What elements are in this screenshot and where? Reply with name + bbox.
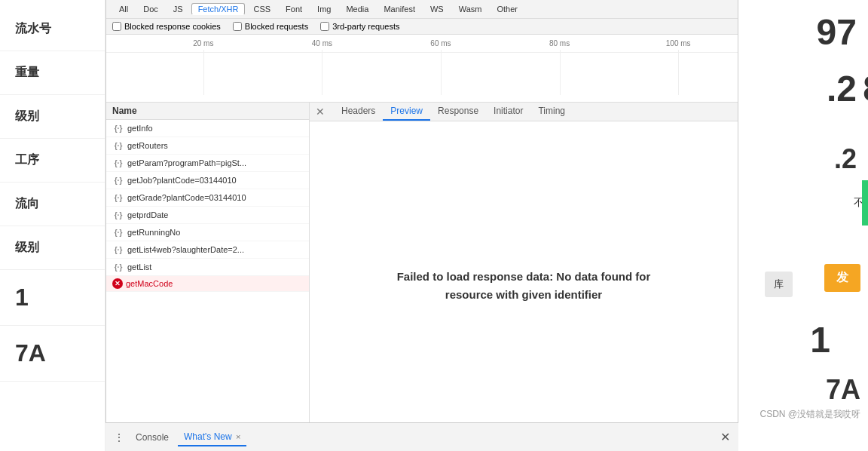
request-item-getlist[interactable]: {·} getList <box>106 259 309 276</box>
fetch-icon-getlist4web: {·} <box>112 244 124 256</box>
filter-btn-manifest[interactable]: Manifest <box>377 3 422 15</box>
bg-label-3: 级别 <box>0 95 105 139</box>
filter-btn-all[interactable]: All <box>112 3 135 15</box>
bg-green-bar <box>862 180 868 226</box>
checkbox-blocked-requests[interactable]: Blocked requests <box>233 22 308 31</box>
bg-num-dot2: .2 <box>827 68 857 109</box>
tick-40ms: 40 ms <box>263 39 382 48</box>
checkbox-blocked-requests-label: Blocked requests <box>245 22 308 31</box>
bg-label-2: 重量 <box>0 51 105 95</box>
filter-btn-other[interactable]: Other <box>490 3 524 15</box>
timeline: 20 ms 40 ms 60 ms 80 ms 100 ms <box>106 35 738 103</box>
request-name-getmaccode: getMacCode <box>126 279 303 288</box>
checkbox-blocked-cookies-input[interactable] <box>112 22 121 31</box>
bg-num-1: 1 <box>810 319 830 360</box>
checkbox-3rdparty-input[interactable] <box>320 22 329 31</box>
filter-btn-wasm[interactable]: Wasm <box>452 3 489 15</box>
devtools-close-button[interactable]: ✕ <box>717 430 732 445</box>
request-name-getinfo: getInfo <box>127 124 303 133</box>
error-message: Failed to load response data: No data fo… <box>373 268 674 304</box>
bg-label-6: 级别 <box>0 226 105 270</box>
request-name-getlist: getList <box>127 262 303 272</box>
filter-bar: All Doc JS Fetch/XHR CSS Font Img Media … <box>106 0 738 19</box>
request-name-getrouters: getRouters <box>127 141 303 150</box>
checkbox-blocked-cookies-label: Blocked response cookies <box>124 22 221 31</box>
detail-content: Failed to load response data: No data fo… <box>310 121 738 450</box>
checkbox-3rdparty[interactable]: 3rd-party requests <box>320 22 399 31</box>
bg-label-1: 流水号 <box>0 8 105 51</box>
bg-left-sidebar: 流水号 重量 级别 工序 流向 级别 1 7A <box>0 0 105 451</box>
request-item-getlist4web[interactable]: {·} getList4web?slaughterDate=2... <box>106 241 309 259</box>
timeline-ruler: 20 ms 40 ms 60 ms 80 ms 100 ms <box>106 35 738 53</box>
bg-label-4: 工序 <box>0 139 105 183</box>
filter-btn-img[interactable]: Img <box>310 3 338 15</box>
request-item-getjob[interactable]: {·} getJob?plantCode=03144010 <box>106 172 309 189</box>
fetch-icon-getparam: {·} <box>112 157 124 169</box>
bg-label-7: 1 <box>0 270 105 326</box>
error-icon-getmaccode: ✕ <box>112 278 123 289</box>
tick-100ms: 100 ms <box>619 39 738 48</box>
tabs-bar: ✕ Headers Preview Response Initiator Tim… <box>310 103 738 121</box>
detail-panel: ✕ Headers Preview Response Initiator Tim… <box>310 103 738 450</box>
checkbox-blocked-cookies[interactable]: Blocked response cookies <box>112 22 221 31</box>
request-item-getparam[interactable]: {·} getParam?programPath=pigSt... <box>106 155 309 172</box>
request-name-getlist4web: getList4web?slaughterDate=2... <box>127 245 303 254</box>
fetch-icon-getrunningno: {·} <box>112 226 124 238</box>
console-tab-whats-new[interactable]: What's New × <box>178 428 246 446</box>
request-item-getinfo[interactable]: {·} getInfo <box>106 120 309 137</box>
fetch-icon-getlist: {·} <box>112 261 124 273</box>
request-item-getprddate[interactable]: {·} getprdDate <box>106 207 309 224</box>
tab-initiator[interactable]: Initiator <box>486 103 530 121</box>
fetch-icon-getgrade: {·} <box>112 192 124 204</box>
filter-btn-ws[interactable]: WS <box>423 3 451 15</box>
tab-headers[interactable]: Headers <box>334 103 383 121</box>
checkbox-3rdparty-label: 3rd-party requests <box>332 22 399 31</box>
bg-btn-yellow[interactable]: 发 <box>824 264 860 292</box>
filter-btn-fetch-xhr[interactable]: Fetch/XHR <box>191 3 246 15</box>
filter-btn-font[interactable]: Font <box>279 3 309 15</box>
devtools-panel: All Doc JS Fetch/XHR CSS Font Img Media … <box>105 0 738 451</box>
bg-num-97: 97 <box>817 11 857 53</box>
bg-label-8: 7A <box>0 326 105 382</box>
bg-num-8: 8 <box>863 68 868 109</box>
fetch-icon-getrouters: {·} <box>112 140 124 152</box>
bg-num-7a: 7A <box>826 374 860 406</box>
request-item-getrouters[interactable]: {·} getRouters <box>106 137 309 155</box>
whats-new-close-icon[interactable]: × <box>236 432 240 441</box>
request-item-getrunningno[interactable]: {·} getRunningNo <box>106 224 309 241</box>
tick-80ms: 80 ms <box>500 39 619 48</box>
request-name-getprddate: getprdDate <box>127 210 303 219</box>
tick-60ms: 60 ms <box>381 39 500 48</box>
filter-btn-js[interactable]: JS <box>167 3 190 15</box>
request-list-header: Name <box>106 103 309 120</box>
console-menu-icon[interactable]: ⋮ <box>112 430 127 445</box>
fetch-icon-getinfo: {·} <box>112 122 124 134</box>
fetch-icon-getprddate: {·} <box>112 209 124 221</box>
request-item-getgrade[interactable]: {·} getGrade?plantCode=03144010 <box>106 189 309 207</box>
filter-btn-css[interactable]: CSS <box>246 3 277 15</box>
filter-btn-doc[interactable]: Doc <box>136 3 165 15</box>
tab-timing[interactable]: Timing <box>530 103 573 121</box>
request-item-getmaccode[interactable]: ✕ getMacCode <box>106 276 309 292</box>
request-list: Name {·} getInfo {·} getRouters {· <box>106 103 310 450</box>
request-name-getgrade: getGrade?plantCode=03144010 <box>127 193 303 202</box>
tab-close-button[interactable]: ✕ <box>313 104 328 119</box>
request-name-getrunningno: getRunningNo <box>127 228 303 237</box>
csdn-watermark: CSDN @没错就是我哎呀 <box>760 408 860 421</box>
bg-jiku: 库 <box>765 272 793 297</box>
bg-label-5: 流向 <box>0 183 105 226</box>
fetch-icon-getjob: {·} <box>112 174 124 186</box>
checkbox-blocked-requests-input[interactable] <box>233 22 242 31</box>
bg-num-dot2-2: .2 <box>834 143 857 175</box>
request-list-container[interactable]: {·} getInfo {·} getRouters {·} getParam?… <box>106 120 309 434</box>
checkbox-row: Blocked response cookies Blocked request… <box>106 19 738 35</box>
console-tab-console[interactable]: Console <box>130 429 175 446</box>
request-name-getjob: getJob?plantCode=03144010 <box>127 176 303 185</box>
tab-preview[interactable]: Preview <box>383 103 430 121</box>
tab-response[interactable]: Response <box>430 103 486 121</box>
main-content: Name {·} getInfo {·} getRouters {· <box>106 103 738 450</box>
request-name-getparam: getParam?programPath=pigSt... <box>127 158 303 167</box>
tick-20ms: 20 ms <box>144 39 263 48</box>
whats-new-label: What's New <box>184 431 232 442</box>
filter-btn-media[interactable]: Media <box>339 3 375 15</box>
